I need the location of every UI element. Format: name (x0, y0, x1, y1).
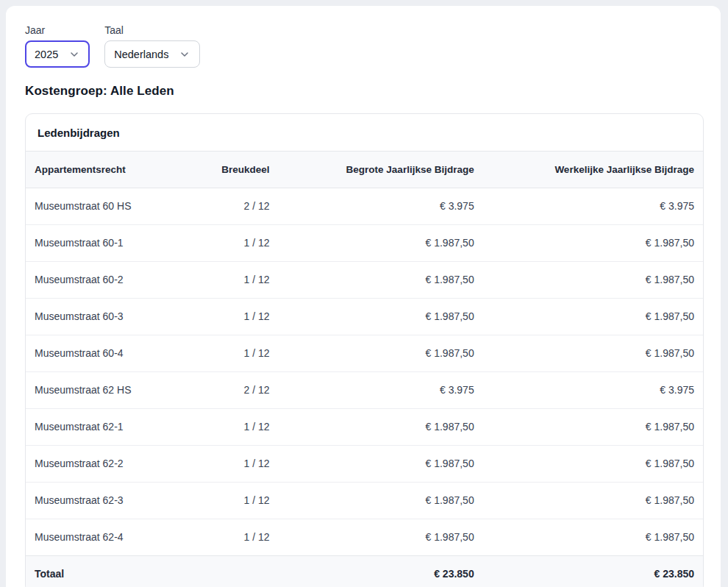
total-actual: € 23.850 (483, 556, 703, 587)
table-header: Appartementsrecht Breukdeel Begrote Jaar… (26, 152, 703, 188)
total-budgeted: € 23.850 (279, 556, 483, 587)
table-row: Museumstraat 62-1 1 / 12 € 1.987,50 € 1.… (26, 409, 703, 446)
fraction-cell: 1 / 12 (195, 483, 278, 519)
budgeted-cell: € 1.987,50 (279, 409, 483, 446)
page-title: Kostengroep: Alle Leden (25, 84, 703, 99)
actual-cell: € 3.975 (483, 188, 703, 225)
total-fraction (195, 556, 278, 587)
table-body: Museumstraat 60 HS 2 / 12 € 3.975 € 3.97… (26, 188, 703, 556)
language-select[interactable]: Nederlands (104, 40, 200, 68)
budgeted-cell: € 1.987,50 (279, 262, 483, 299)
language-select-value: Nederlands (114, 49, 168, 60)
fraction-cell: 1 / 12 (195, 262, 278, 299)
actual-cell: € 1.987,50 (483, 299, 703, 335)
apartment-cell: Museumstraat 62-3 (26, 483, 195, 519)
fraction-cell: 2 / 12 (195, 372, 278, 409)
apartment-cell: Museumstraat 60-3 (26, 299, 195, 335)
apartment-cell: Museumstraat 60-2 (26, 262, 195, 299)
chevron-down-icon (179, 49, 190, 60)
year-field-group: Jaar 2025 (25, 25, 90, 68)
actual-cell: € 1.987,50 (483, 446, 703, 483)
apartment-cell: Museumstraat 60-1 (26, 225, 195, 262)
actual-cell: € 1.987,50 (483, 335, 703, 372)
actual-cell: € 1.987,50 (483, 519, 703, 556)
budgeted-cell: € 3.975 (279, 372, 483, 409)
table-footer: Totaal € 23.850 € 23.850 (26, 556, 703, 587)
table-row: Museumstraat 62-4 1 / 12 € 1.987,50 € 1.… (26, 519, 703, 556)
fraction-cell: 1 / 12 (195, 519, 278, 556)
actual-cell: € 1.987,50 (483, 225, 703, 262)
apartment-cell: Museumstraat 62-4 (26, 519, 195, 556)
column-header-apartment: Appartementsrecht (26, 152, 195, 188)
budgeted-cell: € 1.987,50 (279, 519, 483, 556)
budgeted-cell: € 1.987,50 (279, 483, 483, 519)
actual-cell: € 1.987,50 (483, 262, 703, 299)
table-row: Museumstraat 62 HS 2 / 12 € 3.975 € 3.97… (26, 372, 703, 409)
apartment-cell: Museumstraat 62-1 (26, 409, 195, 446)
card-title: Ledenbijdragen (26, 114, 703, 151)
chevron-down-icon (68, 49, 80, 60)
table-row: Museumstraat 62-3 1 / 12 € 1.987,50 € 1.… (26, 483, 703, 519)
column-header-fraction: Breukdeel (195, 152, 278, 188)
language-field-group: Taal Nederlands (104, 25, 200, 68)
actual-cell: € 1.987,50 (483, 409, 703, 446)
table-row: Museumstraat 60-3 1 / 12 € 1.987,50 € 1.… (26, 299, 703, 335)
total-label: Totaal (26, 556, 195, 587)
year-select[interactable]: 2025 (25, 40, 90, 68)
table-row: Museumstraat 60 HS 2 / 12 € 3.975 € 3.97… (26, 188, 703, 225)
actual-cell: € 1.987,50 (483, 483, 703, 519)
fraction-cell: 1 / 12 (195, 225, 278, 262)
fraction-cell: 1 / 12 (195, 299, 278, 335)
fraction-cell: 1 / 12 (195, 335, 278, 372)
budgeted-cell: € 1.987,50 (279, 225, 483, 262)
column-header-actual: Werkelijke Jaarlijkse Bijdrage (483, 152, 703, 188)
budgeted-cell: € 1.987,50 (279, 446, 483, 483)
language-label: Taal (104, 25, 200, 35)
filters-row: Jaar 2025 Taal Nederlands (25, 25, 703, 68)
apartment-cell: Museumstraat 60 HS (26, 188, 195, 225)
fraction-cell: 2 / 12 (195, 188, 278, 225)
year-label: Jaar (25, 25, 90, 35)
fraction-cell: 1 / 12 (195, 446, 278, 483)
table-row: Museumstraat 62-2 1 / 12 € 1.987,50 € 1.… (26, 446, 703, 483)
table-row: Museumstraat 60-4 1 / 12 € 1.987,50 € 1.… (26, 335, 703, 372)
table-row: Museumstraat 60-1 1 / 12 € 1.987,50 € 1.… (26, 225, 703, 262)
column-header-budgeted: Begrote Jaarlijkse Bijdrage (279, 152, 483, 188)
main-panel: Jaar 2025 Taal Nederlands Kostengroep: A… (6, 6, 721, 587)
contributions-table: Appartementsrecht Breukdeel Begrote Jaar… (26, 151, 703, 587)
contributions-card: Ledenbijdragen Appartementsrecht Breukde… (25, 113, 704, 587)
total-row: Totaal € 23.850 € 23.850 (26, 556, 703, 587)
apartment-cell: Museumstraat 62 HS (26, 372, 195, 409)
budgeted-cell: € 1.987,50 (279, 335, 483, 372)
budgeted-cell: € 3.975 (279, 188, 483, 225)
year-select-value: 2025 (35, 49, 58, 60)
table-row: Museumstraat 60-2 1 / 12 € 1.987,50 € 1.… (26, 262, 703, 299)
fraction-cell: 1 / 12 (195, 409, 278, 446)
apartment-cell: Museumstraat 60-4 (26, 335, 195, 372)
apartment-cell: Museumstraat 62-2 (26, 446, 195, 483)
actual-cell: € 3.975 (483, 372, 703, 409)
budgeted-cell: € 1.987,50 (279, 299, 483, 335)
